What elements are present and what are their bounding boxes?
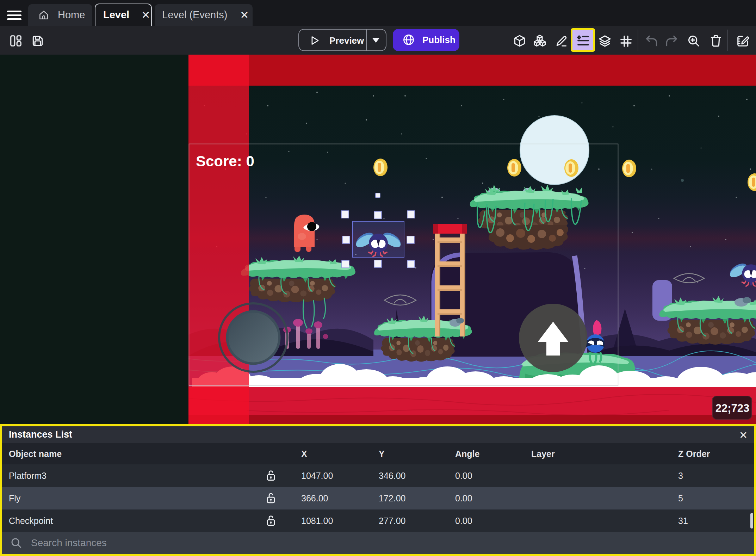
svg-text:22;723: 22;723 xyxy=(715,402,750,414)
svg-text:Score: 0: Score: 0 xyxy=(196,153,254,169)
